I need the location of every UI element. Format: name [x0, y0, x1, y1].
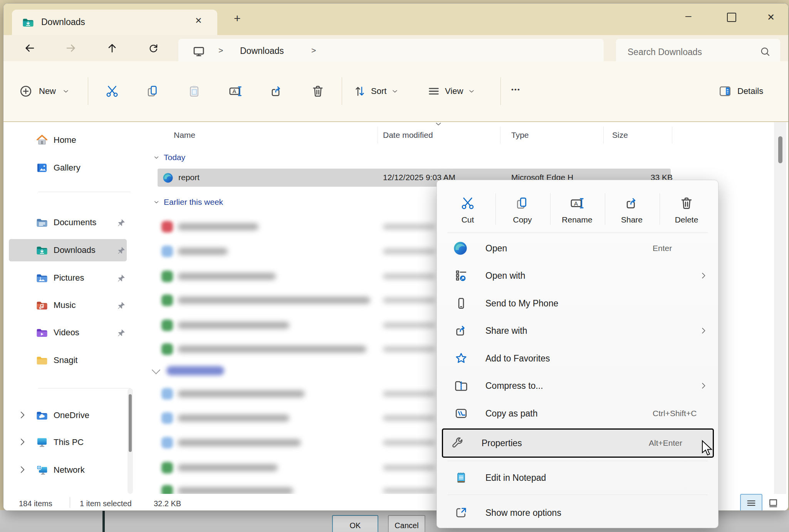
sidebar-item-label: Documents — [54, 217, 96, 228]
scrollbar-thumb[interactable] — [778, 136, 782, 163]
column-divider[interactable] — [500, 127, 500, 144]
pin-icon — [116, 218, 126, 228]
sort-icon — [353, 85, 366, 98]
paste-icon[interactable] — [187, 84, 201, 98]
menu-item-send-to-my-phone[interactable]: Send to My Phone — [442, 289, 713, 317]
column-header-name[interactable]: Name — [174, 130, 195, 140]
tab-downloads[interactable]: Downloads ✕ — [12, 10, 217, 35]
ok-button[interactable]: OK — [332, 515, 378, 532]
sidebar-item-home[interactable]: Home — [36, 130, 76, 151]
quick-action-share[interactable]: Share — [605, 189, 659, 232]
column-divider[interactable] — [672, 127, 672, 144]
search-icon[interactable] — [759, 46, 771, 57]
menu-item-copy-as-path[interactable]: Copy as path Ctrl+Shift+C — [442, 400, 713, 427]
maximize-icon[interactable] — [727, 13, 736, 22]
view-button[interactable]: View — [427, 72, 475, 110]
chevron-right-icon[interactable] — [17, 410, 27, 420]
forward-button[interactable] — [62, 40, 79, 57]
sidebar-item-label: Pictures — [54, 273, 84, 283]
group-header-today[interactable]: Today — [153, 153, 185, 162]
submenu-chevron-icon — [699, 326, 708, 335]
menu-item-share-with[interactable]: Share with — [442, 317, 713, 345]
new-plus-icon — [19, 84, 33, 98]
new-button[interactable]: New — [19, 72, 70, 110]
quick-action-copy[interactable]: Copy — [495, 189, 549, 232]
copy-icon[interactable] — [146, 84, 160, 98]
sidebar-item-label: Network — [54, 465, 85, 475]
forward-icon — [65, 42, 77, 54]
scrollbar-track[interactable] — [774, 122, 786, 494]
column-header-size[interactable]: Size — [612, 130, 628, 140]
group-header-last-week-blurred[interactable] — [153, 364, 307, 379]
pin-icon — [116, 246, 126, 256]
column-divider[interactable] — [378, 127, 378, 144]
chevron-right-icon[interactable] — [17, 465, 27, 475]
menu-item-edit-in-notepad[interactable]: Edit in Notepad — [442, 464, 713, 492]
sidebar-item-label: OneDrive — [54, 410, 89, 420]
copy-icon — [515, 196, 530, 211]
menu-item-properties[interactable]: Properties Alt+Enter — [442, 428, 714, 458]
screen: OK Cancel Downloads ✕ + – ✕ > Download — [0, 0, 789, 532]
titlebar[interactable]: Downloads ✕ + – ✕ — [3, 3, 788, 35]
network-icon — [36, 464, 48, 476]
sidebar-item-label: Gallery — [54, 163, 81, 173]
copy-as-path-icon — [454, 407, 468, 420]
more-options-icon[interactable]: ••• — [511, 86, 520, 94]
sort-button[interactable]: Sort — [353, 72, 399, 110]
menu-item-add-to-favorites[interactable]: Add to Favorites — [442, 345, 713, 372]
sidebar-item-onedrive[interactable]: OneDrive — [36, 405, 89, 426]
back-button[interactable] — [21, 40, 38, 57]
share-icon[interactable] — [270, 84, 284, 98]
tab-close-icon[interactable]: ✕ — [195, 16, 202, 26]
close-icon[interactable]: ✕ — [767, 12, 775, 23]
up-button[interactable] — [104, 40, 121, 57]
refresh-button[interactable] — [145, 40, 162, 57]
view-label: View — [445, 86, 463, 96]
minimize-icon[interactable]: – — [685, 10, 692, 22]
menu-item-label: Copy as path — [485, 400, 538, 427]
column-header-type[interactable]: Type — [511, 130, 529, 140]
menu-item-show-more-options[interactable]: Show more options — [442, 499, 713, 527]
details-view-toggle[interactable] — [740, 494, 762, 511]
group-header-earlier-this-week[interactable]: Earlier this week — [153, 197, 223, 207]
new-tab-icon[interactable]: + — [234, 12, 241, 25]
menu-separator — [447, 233, 708, 233]
downloads-folder-icon — [22, 16, 34, 28]
details-pane-button[interactable]: Details — [718, 72, 763, 110]
chevron-right-icon[interactable] — [17, 437, 27, 447]
search-box[interactable] — [616, 39, 780, 64]
delete-icon[interactable] — [311, 84, 325, 98]
sidebar-item-downloads[interactable]: Downloads — [36, 240, 96, 261]
sidebar-item-music[interactable]: Music — [36, 295, 76, 316]
sidebar-divider — [38, 388, 131, 388]
menu-separator — [447, 495, 708, 495]
quick-action-rename[interactable]: Rename — [550, 189, 604, 232]
sidebar-item-gallery[interactable]: Gallery — [36, 157, 81, 178]
large-icons-view-toggle[interactable] — [768, 498, 779, 509]
sidebar-item-this-pc[interactable]: This PC — [36, 432, 84, 453]
breadcrumb-chevron-icon: > — [218, 46, 223, 55]
quick-action-cut[interactable]: Cut — [441, 189, 495, 232]
menu-item-open-with[interactable]: Open with — [442, 262, 713, 289]
sidebar-scrollbar-track[interactable] — [128, 388, 133, 494]
cancel-button[interactable]: Cancel — [388, 515, 425, 532]
column-header-date[interactable]: Date modified — [383, 130, 433, 140]
address-bar[interactable]: > Downloads > — [178, 39, 604, 64]
sidebar-item-network[interactable]: Network — [36, 460, 85, 480]
sidebar-item-documents[interactable]: Documents — [36, 212, 96, 233]
this-pc-icon[interactable] — [192, 45, 205, 58]
menu-item-compress-to[interactable]: Compress to... — [442, 372, 713, 400]
menu-item-open[interactable]: Open Enter — [442, 234, 713, 262]
rename-icon[interactable] — [228, 84, 242, 98]
edge-icon — [453, 241, 468, 256]
group-label: Earlier this week — [164, 197, 223, 207]
sidebar-scrollbar-thumb[interactable] — [129, 394, 132, 452]
details-pane-icon — [718, 84, 732, 98]
column-divider[interactable] — [603, 127, 604, 144]
sidebar-item-pictures[interactable]: Pictures — [36, 268, 84, 288]
cut-icon[interactable] — [105, 84, 119, 98]
sidebar-item-videos[interactable]: Videos — [36, 322, 79, 343]
quick-action-delete[interactable]: Delete — [660, 189, 713, 232]
sidebar-item-snagit[interactable]: Snagit — [36, 350, 77, 371]
breadcrumb[interactable]: Downloads — [240, 46, 284, 56]
